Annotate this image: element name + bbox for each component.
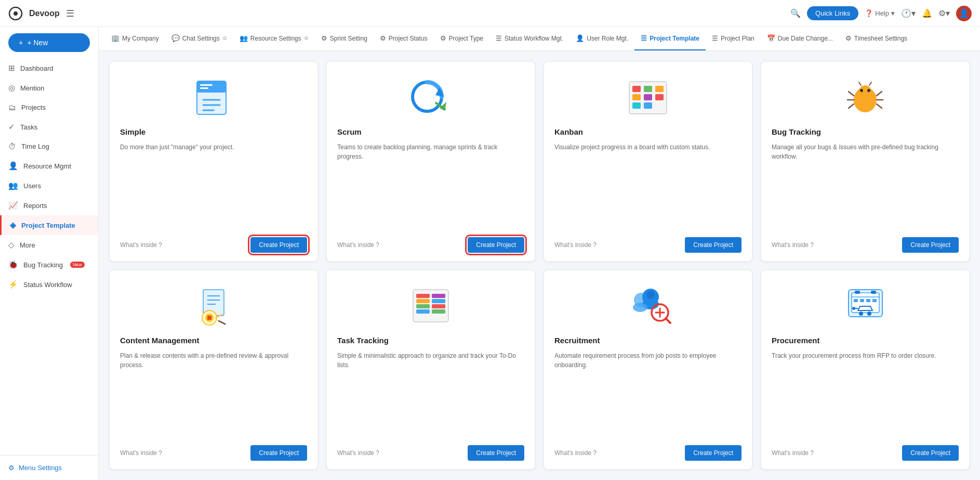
- tab-resource-settings[interactable]: 👥 Resource Settings ⚙: [233, 27, 315, 50]
- whats-inside-link[interactable]: What's inside ?: [120, 241, 162, 249]
- notification-icon[interactable]: 🔔: [922, 8, 932, 18]
- template-card-content-mgmt: Content Management Plan & release conten…: [109, 270, 318, 470]
- sidebar-item-label: Status Workflow: [23, 281, 72, 289]
- create-project-button-kanban[interactable]: Create Project: [685, 237, 741, 253]
- sidebar-item-tasks[interactable]: ✓ Tasks: [0, 117, 98, 137]
- whats-inside-link[interactable]: What's inside ?: [772, 241, 814, 249]
- tab-project-status[interactable]: ⚙ Project Status: [374, 27, 434, 50]
- svg-line-29: [877, 92, 882, 96]
- search-icon[interactable]: 🔍: [790, 8, 801, 18]
- cards-container: Simple Do more than just "manage" your p…: [99, 51, 980, 480]
- whats-inside-link[interactable]: What's inside ?: [554, 241, 597, 249]
- svg-line-26: [849, 92, 854, 96]
- hamburger-icon[interactable]: ☰: [66, 8, 74, 19]
- svg-point-1: [14, 11, 18, 16]
- svg-rect-68: [866, 299, 870, 302]
- create-project-button-bug[interactable]: Create Project: [902, 237, 959, 253]
- resource-icon: 👤: [8, 161, 18, 171]
- clock-icon[interactable]: 🕐▾: [901, 8, 916, 18]
- workflow-icon: ⚡: [8, 280, 18, 289]
- reports-icon: 📈: [8, 201, 18, 210]
- settings-icon[interactable]: ⚙▾: [938, 8, 950, 18]
- sidebar-item-status-workflow[interactable]: ⚡ Status Workflow: [0, 275, 98, 294]
- svg-rect-64: [871, 291, 876, 294]
- svg-rect-21: [655, 94, 664, 100]
- svg-rect-18: [644, 94, 652, 100]
- bug-card-icon: [772, 74, 959, 121]
- scrum-card-icon: [337, 74, 524, 121]
- content-mgmt-icon: [120, 283, 307, 330]
- svg-rect-62: [852, 293, 879, 313]
- users-icon: 👥: [8, 181, 18, 190]
- tab-sprint-setting[interactable]: ⚙ Sprint Setting: [315, 27, 374, 50]
- sidebar-item-label: Time Log: [21, 142, 49, 150]
- tab-my-company[interactable]: 🏢 My Company: [105, 27, 165, 50]
- user-avatar[interactable]: 👤: [956, 6, 972, 21]
- sidebar-item-resource[interactable]: 👤 Resource Mgmt: [0, 156, 98, 176]
- card-footer: What's inside ? Create Project: [554, 445, 741, 461]
- chat-icon: 💬: [171, 34, 180, 42]
- plus-icon: +: [19, 38, 23, 47]
- card-desc: Track your procurement process from RFP …: [772, 351, 959, 435]
- sidebar-item-project-template[interactable]: ◈ Project Template: [0, 215, 98, 235]
- create-project-button-recruit[interactable]: Create Project: [685, 445, 741, 461]
- svg-rect-67: [860, 299, 864, 302]
- tab-chat-settings[interactable]: 💬 Chat Settings ⚙: [165, 27, 233, 50]
- whats-inside-link[interactable]: What's inside ?: [120, 449, 162, 457]
- card-desc: Teams to create backlog planning, manage…: [337, 142, 524, 227]
- card-title: Content Management: [120, 336, 307, 345]
- whats-inside-link[interactable]: What's inside ?: [554, 449, 597, 457]
- timelog-icon: ⏱: [8, 142, 16, 151]
- tab-timesheet-settings[interactable]: ⚙ Timesheet Settings: [839, 27, 913, 50]
- sidebar-item-more[interactable]: ◇ More: [0, 235, 98, 255]
- help-icon: ❓: [865, 9, 873, 17]
- card-footer: What's inside ? Create Project: [337, 445, 524, 461]
- svg-rect-49: [432, 299, 445, 303]
- create-project-button-task[interactable]: Create Project: [468, 445, 524, 461]
- tab-user-role-mgt[interactable]: 👤 User Role Mgt.: [570, 27, 634, 50]
- card-footer: What's inside ? Create Project: [337, 237, 524, 253]
- tab-project-plan[interactable]: ☰ Project Plan: [706, 27, 761, 50]
- sidebar-item-bug-tracking[interactable]: 🐞 Bug Tracking New: [0, 255, 98, 275]
- create-project-button-procurement[interactable]: Create Project: [902, 445, 959, 461]
- quick-links-button[interactable]: Quick Links: [807, 6, 858, 20]
- content-area: 🏢 My Company 💬 Chat Settings ⚙ 👥 Resourc…: [99, 27, 980, 480]
- sidebar-item-label: Tasks: [20, 123, 37, 131]
- svg-line-31: [877, 104, 882, 108]
- sidebar-item-users[interactable]: 👥 Users: [0, 176, 98, 196]
- template-card-recruitment: Recruitment Automate requirement process…: [544, 270, 752, 470]
- sidebar-item-label: Projects: [21, 103, 46, 111]
- template-card-procurement: Procurement Track your procurement proce…: [761, 270, 970, 470]
- svg-rect-15: [632, 94, 641, 100]
- workflow-mgt-icon: ☰: [496, 34, 502, 42]
- chat-settings-gear: ⚙: [222, 35, 227, 41]
- sidebar-item-reports[interactable]: 📈 Reports: [0, 196, 98, 215]
- tab-status-workflow-mgt[interactable]: ☰ Status Workflow Mgt.: [489, 27, 570, 50]
- tab-due-date-change[interactable]: 📅 Due Date Change...: [761, 27, 839, 50]
- svg-rect-63: [855, 291, 860, 294]
- card-desc: Simple & minimalistic approach to organi…: [337, 351, 524, 435]
- svg-rect-51: [432, 309, 445, 314]
- create-project-button-scrum[interactable]: Create Project: [468, 237, 524, 253]
- sidebar-nav: ⊞ Dashboard ◎ Mention 🗂 Projects ✓ Tasks…: [0, 58, 98, 455]
- whats-inside-link[interactable]: What's inside ?: [337, 241, 379, 249]
- whats-inside-link[interactable]: What's inside ?: [772, 449, 814, 457]
- menu-settings-button[interactable]: ⚙ Menu Settings: [8, 464, 90, 472]
- mention-icon: ◎: [8, 83, 15, 93]
- sidebar-item-timelog[interactable]: ⏱ Time Log: [0, 137, 98, 156]
- more-icon: ◇: [8, 240, 15, 250]
- sidebar-item-mention[interactable]: ◎ Mention: [0, 78, 98, 98]
- tab-project-template[interactable]: ☰ Project Template: [634, 27, 706, 50]
- svg-rect-14: [632, 86, 641, 92]
- whats-inside-link[interactable]: What's inside ?: [337, 449, 379, 457]
- svg-line-32: [859, 82, 861, 85]
- projects-icon: 🗂: [8, 103, 16, 112]
- sidebar-item-projects[interactable]: 🗂 Projects: [0, 98, 98, 117]
- svg-rect-19: [644, 102, 652, 109]
- new-button[interactable]: + + New: [8, 33, 90, 52]
- create-project-button-simple[interactable]: Create Project: [250, 237, 307, 253]
- sidebar-item-dashboard[interactable]: ⊞ Dashboard: [0, 58, 98, 78]
- create-project-button-content[interactable]: Create Project: [250, 445, 307, 461]
- help-button[interactable]: ❓ Help ▾: [865, 9, 895, 17]
- tab-project-type[interactable]: ⚙ Project Type: [434, 27, 489, 50]
